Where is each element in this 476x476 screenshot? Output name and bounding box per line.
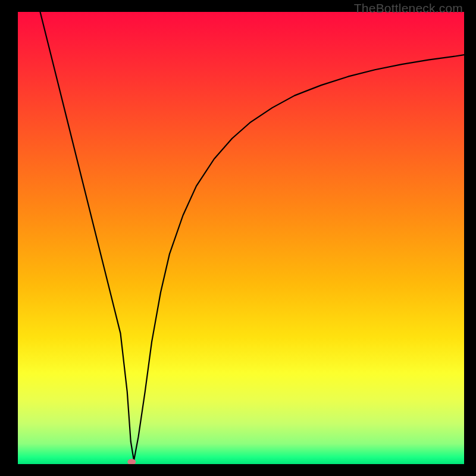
chart-frame [18,12,464,464]
plot-area [18,12,464,464]
bottleneck-curve [18,12,464,464]
watermark-label: TheBottleneck.com [354,1,463,15]
